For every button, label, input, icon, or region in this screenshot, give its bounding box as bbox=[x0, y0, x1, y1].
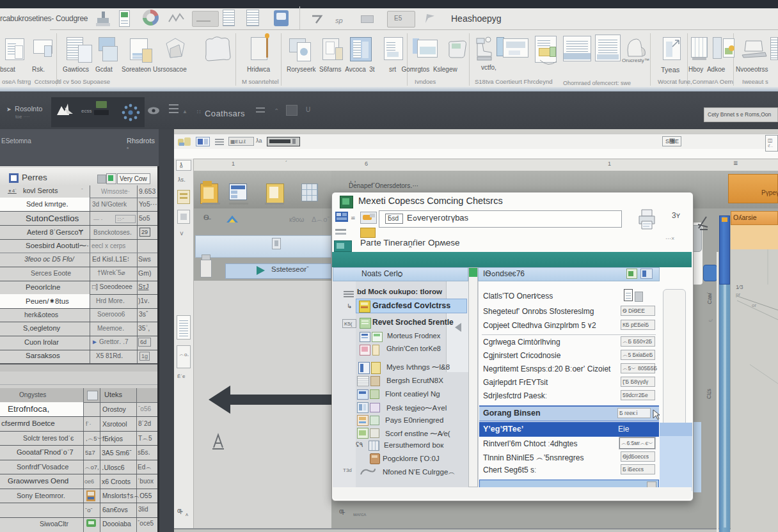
svg-text:or: or bbox=[752, 302, 756, 308]
svg-text:pr: pr bbox=[736, 292, 740, 297]
svg-text:1⁄3: 1⁄3 bbox=[736, 284, 743, 290]
